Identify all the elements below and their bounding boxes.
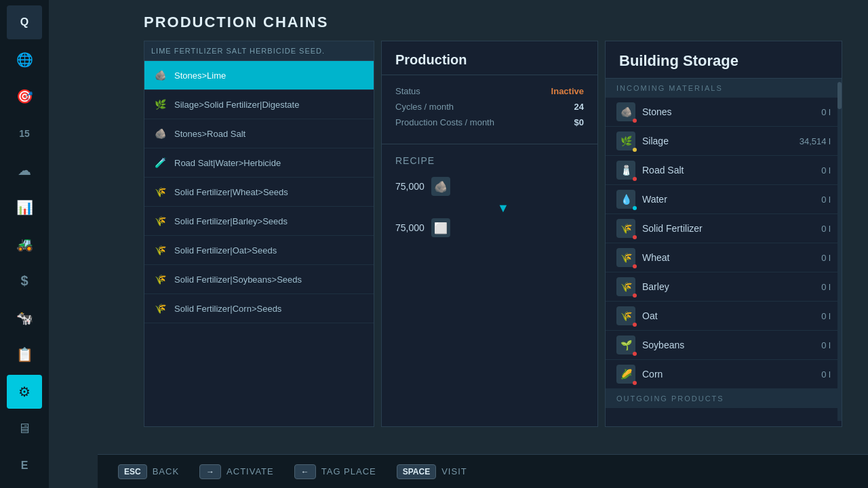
sidebar-item-monitor[interactable]: 🖥	[7, 411, 42, 445]
sidebar-item-globe[interactable]: 🌐	[7, 42, 42, 76]
chain-item-herbicide[interactable]: 🧪 Road Salt|Water>Herbicide	[144, 148, 374, 178]
storage-name-soybeans: Soybeans	[642, 340, 814, 350]
storage-amount-water: 0 l	[821, 195, 831, 205]
chain-item-oat-seeds[interactable]: 🌾 Solid Fertilizer|Oat>Seeds	[144, 236, 374, 265]
chain-item-stones-lime[interactable]: 🪨 Stones>Lime	[144, 61, 374, 90]
sidebar-item-production[interactable]: ⚙	[7, 375, 42, 409]
sidebar-item-tractor[interactable]: 🚜	[7, 227, 42, 261]
recipe-input: 75,000 🪨	[395, 177, 584, 196]
storage-icon-water: 💧	[616, 190, 635, 209]
storage-name-stones: Stones	[642, 106, 814, 117]
sidebar-item-q[interactable]: Q	[7, 5, 42, 39]
sidebar-item-sun[interactable]: ☁	[7, 153, 42, 187]
storage-amount-roadsalt: 0 l	[821, 165, 831, 176]
storage-amount-corn: 0 l	[821, 369, 831, 380]
cycles-value: 24	[574, 102, 584, 112]
storage-name-wheat: Wheat	[642, 252, 814, 263]
chain-tabs[interactable]: LIME FERTILIZER SALT HERBICIDE SEED.	[144, 41, 374, 61]
storage-icon-silage: 🌿	[616, 131, 635, 150]
storage-icon-barley: 🌾	[616, 277, 635, 296]
scrollbar-thumb[interactable]	[837, 82, 842, 109]
storage-name-solid-fertilizer: Solid Fertilizer	[642, 223, 814, 234]
chain-icon-wheat-seeds: 🌾	[153, 184, 167, 199]
storage-item-silage[interactable]: 🌿 Silage 34,514 l	[606, 127, 842, 156]
storage-icon-wheat: 🌾	[616, 248, 635, 267]
storage-amount-stones: 0 l	[821, 107, 831, 117]
storage-item-lime[interactable]: 🪨 Lime Storing 0 l	[606, 408, 842, 409]
chain-item-barley-seeds[interactable]: 🌾 Solid Fertilizer|Barley>Seeds	[144, 207, 374, 236]
action-tagplace[interactable]: ← TAG PLACE	[294, 464, 376, 479]
chain-item-soybeans-seeds[interactable]: 🌾 Solid Fertilizer|Soybeans>Seeds	[144, 265, 374, 294]
key-space: SPACE	[397, 464, 436, 479]
storage-item-corn[interactable]: 🌽 Corn 0 l	[606, 360, 842, 389]
recipe-input-amount: 75,000	[395, 181, 425, 192]
storage-amount-barley: 0 l	[821, 282, 831, 292]
chain-list: 🪨 Stones>Lime 🌿 Silage>Solid Fertilizer|…	[144, 61, 374, 323]
key-activate: →	[199, 464, 221, 479]
chain-icon-corn-seeds: 🌾	[153, 301, 167, 316]
chain-label-oat-seeds: Solid Fertilizer|Oat>Seeds	[174, 245, 277, 256]
storage-item-water[interactable]: 💧 Water 0 l	[606, 185, 842, 214]
scrollbar-track[interactable]	[837, 82, 842, 421]
action-visit[interactable]: SPACE VISIT	[397, 464, 467, 479]
chain-label-wheat-seeds: Solid Fertilizer|Wheat>Seeds	[174, 187, 288, 197]
storage-item-oat[interactable]: 🌾 Oat 0 l	[606, 302, 842, 331]
storage-item-barley[interactable]: 🌾 Barley 0 l	[606, 272, 842, 302]
sidebar: Q 🌐 🎯 15 ☁ 📊 🚜 $ 🐄 📋 ⚙ 🖥 E	[0, 0, 49, 488]
key-esc: ESC	[118, 464, 147, 479]
status-row: Status Inactive	[395, 86, 584, 96]
storage-icon-stones: 🪨	[616, 102, 635, 121]
label-tagplace: TAG PLACE	[321, 466, 376, 476]
chain-icon-stones-roadsalt: 🪨	[153, 126, 167, 141]
storage-item-stones[interactable]: 🪨 Stones 0 l	[606, 98, 842, 127]
storage-amount-soybeans: 0 l	[821, 340, 831, 350]
chain-icon-oat-seeds: 🌾	[153, 243, 167, 258]
sidebar-item-dollar[interactable]: $	[7, 264, 42, 298]
chain-icon-barley-seeds: 🌾	[153, 214, 167, 228]
sidebar-item-animal[interactable]: 🐄	[7, 301, 42, 335]
production-header: Production	[382, 41, 597, 75]
storage-name-barley: Barley	[642, 281, 814, 292]
sidebar-item-chart[interactable]: 📊	[7, 190, 42, 224]
costs-row: Production Costs / month $0	[395, 117, 584, 127]
storage-icon-soybeans: 🌱	[616, 336, 635, 354]
chain-item-stones-roadsalt[interactable]: 🪨 Stones>Road Salt	[144, 119, 374, 148]
sidebar-item-steering[interactable]: 🎯	[7, 79, 42, 113]
storage-panel: Building Storage INCOMING MATERIALS 🪨 St…	[605, 41, 842, 427]
chain-icon-herbicide: 🧪	[153, 155, 167, 170]
storage-item-roadsalt[interactable]: 🧂 Road Salt 0 l	[606, 156, 842, 185]
storage-item-solid-fertilizer[interactable]: 🌾 Solid Fertilizer 0 l	[606, 214, 842, 243]
main-content: PRODUCTION CHAINS LIME FERTILIZER SALT H…	[49, 0, 868, 488]
chain-item-corn-seeds[interactable]: 🌾 Solid Fertilizer|Corn>Seeds	[144, 294, 374, 323]
chain-label-stones-roadsalt: Stones>Road Salt	[174, 129, 245, 139]
action-activate[interactable]: → ACTIVATE	[199, 464, 274, 479]
storage-icon-corn: 🌽	[616, 365, 635, 384]
storage-amount-wheat: 0 l	[821, 253, 831, 263]
chain-item-wheat-seeds[interactable]: 🌾 Solid Fertilizer|Wheat>Seeds	[144, 178, 374, 207]
storage-name-roadsalt: Road Salt	[642, 165, 814, 176]
action-back[interactable]: ESC BACK	[118, 464, 179, 479]
chain-label-silage: Silage>Solid Fertilizer|Digestate	[174, 100, 299, 110]
recipe-section: Recipe 75,000 🪨 ▼ 75,000 ⬜	[382, 144, 597, 253]
storage-icon-oat: 🌾	[616, 306, 635, 325]
storage-item-soybeans[interactable]: 🌱 Soybeans 0 l	[606, 331, 842, 360]
sidebar-item-e[interactable]: E	[7, 449, 42, 483]
storage-amount-silage: 34,514 l	[800, 136, 831, 146]
recipe-input-icon: 🪨	[431, 177, 450, 196]
storage-icon-roadsalt: 🧂	[616, 161, 635, 180]
chain-label-corn-seeds: Solid Fertilizer|Corn>Seeds	[174, 304, 281, 314]
storage-name-corn: Corn	[642, 369, 814, 380]
sidebar-item-calendar[interactable]: 15	[7, 116, 42, 150]
recipe-arrow: ▼	[395, 201, 584, 216]
page-title: PRODUCTION CHAINS	[144, 14, 328, 31]
chain-icon-silage: 🌿	[153, 97, 167, 112]
production-stats: Status Inactive Cycles / month 24 Produc…	[382, 75, 597, 144]
sidebar-item-contracts[interactable]: 📋	[7, 338, 42, 371]
storage-item-wheat[interactable]: 🌾 Wheat 0 l	[606, 243, 842, 272]
status-value: Inactive	[551, 86, 584, 96]
key-tagplace: ←	[294, 464, 316, 479]
chain-label-soybeans-seeds: Solid Fertilizer|Soybeans>Seeds	[174, 274, 302, 285]
bottom-bar: ESC BACK → ACTIVATE ← TAG PLACE SPACE VI…	[98, 454, 868, 488]
recipe-output-amount: 75,000	[395, 222, 425, 233]
chain-item-silage-fertilizer[interactable]: 🌿 Silage>Solid Fertilizer|Digestate	[144, 90, 374, 119]
